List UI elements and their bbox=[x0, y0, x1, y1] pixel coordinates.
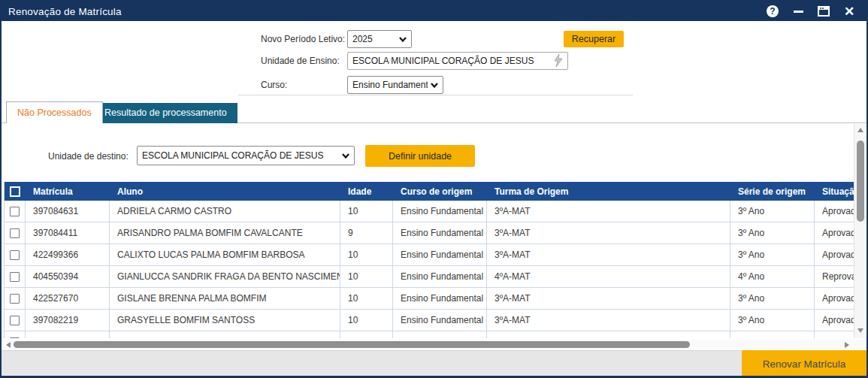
curso-label: Curso: bbox=[261, 80, 287, 90]
row-checkbox[interactable] bbox=[10, 207, 20, 216]
cell-idade: 10 bbox=[340, 244, 393, 265]
cell-aluno: ADRIELA CARMO CASTRO bbox=[110, 201, 340, 222]
cell-turma-origem: 3ºA-MAT bbox=[487, 201, 730, 222]
cell-idade: 10 bbox=[340, 266, 393, 287]
table-row: 422499366 CALIXTO LUCAS PALMA BOMFIM BAR… bbox=[5, 244, 857, 266]
scroll-left-icon[interactable] bbox=[6, 342, 11, 348]
scroll-up-icon[interactable] bbox=[857, 128, 863, 132]
cell-serie-origem: 3º Ano bbox=[730, 244, 815, 265]
cell-matricula: 397084411 bbox=[26, 222, 110, 243]
unidade-destino-select[interactable]: ESCOLA MUNICIPAL CORAÇÃO DE JESUS bbox=[137, 146, 355, 165]
cell-aluno: ARISANDRO PALMA BOMFIM CAVALCANTE bbox=[110, 222, 340, 243]
close-button[interactable]: ✕ bbox=[842, 5, 856, 18]
vertical-scrollbar[interactable] bbox=[854, 124, 866, 338]
periodo-letivo-label: Novo Período Letivo: bbox=[261, 34, 345, 44]
cell-idade: 9 bbox=[340, 222, 393, 243]
cell-aluno: GISLANE BRENNA PALMA BOMFIM bbox=[110, 288, 340, 309]
unidade-ensino-label: Unidade de Ensino: bbox=[261, 56, 340, 66]
cell-situacao: Aprovado bbox=[815, 244, 857, 265]
horizontal-scrollbar[interactable] bbox=[3, 340, 864, 349]
tab-resultado-processamento[interactable]: Resultado de processamento bbox=[94, 103, 237, 123]
cell-matricula: 404550394 bbox=[26, 266, 110, 287]
chevron-down-icon bbox=[342, 153, 349, 159]
cell-situacao: Aprovado bbox=[815, 222, 857, 243]
cell-situacao: Aprovado bbox=[815, 201, 857, 222]
unidade-destino-value: ESCOLA MUNICIPAL CORAÇÃO DE JESUS bbox=[142, 150, 339, 161]
table-row: 422527670 GISLANE BRENNA PALMA BOMFIM 10… bbox=[5, 288, 857, 310]
row-checkbox[interactable] bbox=[10, 294, 20, 304]
scroll-right-icon[interactable] bbox=[845, 342, 849, 348]
tab-nao-processados[interactable]: Não Processados bbox=[6, 101, 103, 123]
cell-turma-origem: 3ºA-MAT bbox=[487, 222, 730, 243]
cell-aluno: GRASYELLE BOMFIM SANTOSS bbox=[110, 310, 340, 331]
window-title: Renovação de Matrícula bbox=[2, 6, 122, 17]
column-header-curso-origem[interactable]: Curso de origem bbox=[393, 182, 487, 201]
cell-turma-origem: 4ºA-MAT bbox=[487, 266, 730, 287]
cell-situacao: Aprovado bbox=[815, 310, 857, 331]
horizontal-scrollbar-thumb[interactable] bbox=[14, 341, 690, 348]
column-header-turma-origem[interactable]: Turma de Origem bbox=[487, 182, 730, 201]
table-row: 397082219 GRASYELLE BOMFIM SANTOSS 10 En… bbox=[5, 310, 857, 331]
cell-serie-origem: 3º Ano bbox=[730, 310, 815, 331]
maximize-button[interactable] bbox=[817, 5, 830, 18]
footer-bar bbox=[2, 350, 866, 377]
minimize-icon bbox=[794, 11, 803, 13]
tab-strip: Não Processados Resultado de processamen… bbox=[2, 101, 866, 123]
chevron-down-icon bbox=[431, 83, 438, 88]
table-header-row: Matrícula Aluno Idade Curso de origem Tu… bbox=[5, 182, 857, 201]
column-header-aluno[interactable]: Aluno bbox=[110, 182, 340, 201]
help-icon: ? bbox=[767, 5, 779, 17]
cell-turma-origem: 3ºA-MAT bbox=[487, 310, 730, 331]
window-controls: ? ✕ bbox=[766, 5, 866, 18]
cell-matricula: 397084631 bbox=[26, 201, 110, 222]
row-checkbox[interactable] bbox=[10, 337, 20, 339]
column-header-serie-origem[interactable]: Série de origem bbox=[730, 182, 815, 201]
select-all-checkbox[interactable] bbox=[10, 186, 20, 197]
unidade-ensino-input[interactable] bbox=[347, 52, 568, 70]
definir-unidade-button[interactable]: Definir unidade bbox=[365, 145, 475, 167]
minimize-button[interactable] bbox=[791, 5, 805, 18]
column-header-idade[interactable]: Idade bbox=[340, 182, 393, 201]
help-button[interactable]: ? bbox=[766, 5, 779, 18]
cell-curso-origem: Ensino Fundamental de 9 anos bbox=[393, 201, 487, 222]
curso-value: Ensino Fundamental d bbox=[352, 80, 428, 90]
column-header-situacao[interactable]: Situação bbox=[815, 182, 857, 201]
cell-curso-origem: Ensino Fundamental de 9 anos bbox=[393, 266, 487, 287]
column-header-matricula[interactable]: Matrícula bbox=[26, 182, 110, 201]
cell-turma-origem: 3ºA-MAT bbox=[487, 244, 730, 265]
table-row-partial bbox=[5, 331, 857, 338]
cell-matricula: 422527670 bbox=[26, 288, 110, 309]
cell-serie-origem: 4º Ano bbox=[730, 266, 815, 287]
row-checkbox[interactable] bbox=[10, 250, 20, 260]
chevron-down-icon bbox=[399, 37, 407, 42]
cell-serie-origem: 3º Ano bbox=[730, 288, 815, 309]
vertical-scrollbar-thumb[interactable] bbox=[857, 141, 864, 222]
cell-curso-origem: Ensino Fundamental de 9 anos bbox=[393, 310, 487, 331]
row-checkbox[interactable] bbox=[10, 316, 20, 325]
title-bar: Renovação de Matrícula ? ✕ bbox=[2, 2, 866, 21]
cell-aluno: GIANLUCCA SANDRIK FRAGA DA BENTO NASCIME… bbox=[110, 266, 340, 287]
cell-curso-origem: Ensino Fundamental de 9 anos bbox=[393, 288, 487, 309]
students-table: Matrícula Aluno Idade Curso de origem Tu… bbox=[4, 182, 857, 338]
unidade-destino-label: Unidade de destino: bbox=[48, 151, 129, 162]
cell-situacao: Reprovado bbox=[815, 266, 857, 287]
cell-curso-origem: Ensino Fundamental de 9 anos bbox=[393, 222, 487, 243]
table-row: 404550394 GIANLUCCA SANDRIK FRAGA DA BEN… bbox=[5, 266, 857, 288]
row-checkbox[interactable] bbox=[10, 272, 20, 282]
cell-situacao: Aprovado bbox=[815, 288, 857, 309]
table-row: 397084631 ADRIELA CARMO CASTRO 10 Ensino… bbox=[5, 201, 857, 222]
recuperar-button[interactable]: Recuperar bbox=[564, 31, 624, 47]
cell-turma-origem: 3ºA-MAT bbox=[487, 288, 730, 309]
cell-curso-origem: Ensino Fundamental de 9 anos bbox=[393, 244, 487, 265]
curso-select[interactable]: Ensino Fundamental d bbox=[347, 76, 443, 94]
cell-idade: 10 bbox=[340, 288, 393, 309]
row-checkbox[interactable] bbox=[10, 228, 20, 238]
cell-idade: 10 bbox=[340, 310, 393, 331]
form-divider bbox=[238, 95, 633, 95]
scroll-down-icon[interactable] bbox=[857, 328, 863, 333]
renovar-matricula-button[interactable]: Renovar Matrícula bbox=[742, 350, 866, 377]
cell-aluno: CALIXTO LUCAS PALMA BOMFIM BARBOSA bbox=[110, 244, 340, 265]
periodo-letivo-select[interactable]: 2025 bbox=[347, 30, 412, 48]
cell-serie-origem: 3º Ano bbox=[730, 222, 815, 243]
cell-matricula: 422499366 bbox=[26, 244, 110, 265]
